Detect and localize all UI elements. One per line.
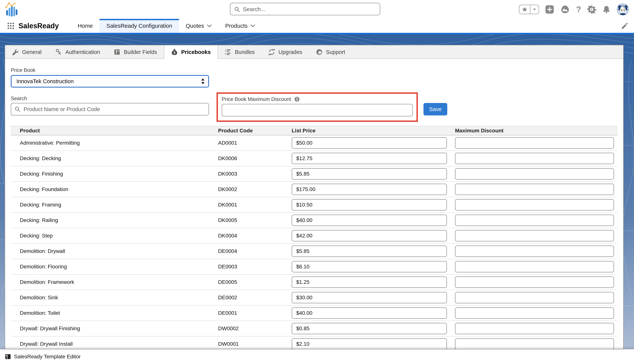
product-code: DE0004 xyxy=(218,248,292,254)
tab-general[interactable]: General xyxy=(5,45,48,59)
max-discount-input[interactable] xyxy=(222,104,413,116)
tab-support[interactable]: Support xyxy=(309,45,352,59)
product-name: Decking: Foundation xyxy=(11,186,218,192)
max-discount-input[interactable] xyxy=(455,199,614,210)
product-search-group: Search xyxy=(11,96,209,116)
app-launcher-button[interactable] xyxy=(5,19,16,33)
money-bag-icon: $ xyxy=(171,49,178,56)
nav-item-salesready-configuration[interactable]: SalesReady Configuration xyxy=(100,19,179,33)
max-discount-input[interactable] xyxy=(455,168,614,180)
max-discount-input[interactable] xyxy=(455,338,614,349)
max-discount-cell xyxy=(455,308,617,319)
edit-nav-button[interactable] xyxy=(620,19,627,33)
product-code: DE0003 xyxy=(218,264,292,270)
max-discount-input[interactable] xyxy=(455,323,614,334)
list-price-input[interactable] xyxy=(292,168,447,180)
table-row: Drywall: Drywall Install DW0001 xyxy=(11,336,617,349)
product-name: Administrative: Permitting xyxy=(11,140,218,146)
user-avatar[interactable] xyxy=(617,3,629,16)
app-nav-bar: SalesReady Home SalesReady Configuration… xyxy=(0,19,634,33)
max-discount-input[interactable] xyxy=(455,230,614,242)
info-icon[interactable] xyxy=(294,96,300,102)
max-discount-input[interactable] xyxy=(455,308,614,319)
pricebook-select[interactable]: InnovaTek Construction xyxy=(11,75,209,88)
bar-chart-logo-icon xyxy=(5,1,19,18)
list-price-input[interactable] xyxy=(292,261,447,272)
app-name: SalesReady xyxy=(19,19,59,33)
list-price-input[interactable] xyxy=(292,137,447,148)
tab-upgrades[interactable]: Upgrades xyxy=(261,45,309,59)
tab-bundles[interactable]: 1 2 Bundles xyxy=(218,45,261,59)
setup-button[interactable] xyxy=(587,5,596,14)
product-code: DK0005 xyxy=(218,217,292,223)
favorites-control xyxy=(519,5,539,14)
template-editor-tab[interactable]: SalesReady Template Editor xyxy=(5,354,81,360)
max-discount-input[interactable] xyxy=(455,246,614,257)
list-price-cell xyxy=(292,246,455,257)
list-price-input[interactable] xyxy=(292,323,447,334)
help-button[interactable]: ? xyxy=(576,5,581,14)
table-row: Decking: Framing DK0001 xyxy=(11,197,617,213)
list-price-cell xyxy=(292,153,455,164)
company-logo[interactable] xyxy=(5,1,19,18)
caret-down-icon xyxy=(533,8,536,11)
list-price-input[interactable] xyxy=(292,276,447,288)
tab-label: Upgrades xyxy=(278,49,302,55)
column-header-product-code: Product Code xyxy=(218,128,292,134)
list-price-input[interactable] xyxy=(292,184,447,195)
product-table-body: Administrative: Permitting AD0001 Deckin… xyxy=(11,136,617,349)
tab-label: Builder Fields xyxy=(124,49,157,55)
save-button[interactable]: Save xyxy=(424,103,447,116)
numbered-list-icon: 1 2 xyxy=(225,49,231,56)
trailhead-icon xyxy=(560,5,570,14)
max-discount-input[interactable] xyxy=(455,153,614,164)
max-discount-input[interactable] xyxy=(455,261,614,272)
wrench-icon xyxy=(12,49,19,56)
product-name: Drywall: Drywall Install xyxy=(11,341,218,347)
global-search-input[interactable] xyxy=(242,4,377,15)
key-icon xyxy=(55,49,62,56)
product-name: Demolition: Flooring xyxy=(11,264,218,270)
list-price-input[interactable] xyxy=(292,153,447,164)
max-discount-cell xyxy=(455,230,617,242)
product-code: DK0003 xyxy=(218,171,292,177)
favorites-dropdown-button[interactable] xyxy=(530,5,539,14)
max-discount-cell xyxy=(455,338,617,349)
product-table: Product Product Code List Price Maximum … xyxy=(11,126,617,349)
list-price-input[interactable] xyxy=(292,230,447,242)
list-price-input[interactable] xyxy=(292,215,447,226)
max-discount-input[interactable] xyxy=(455,276,614,288)
chevron-down-icon xyxy=(207,24,212,27)
max-discount-input[interactable] xyxy=(455,215,614,226)
list-price-input[interactable] xyxy=(292,338,447,349)
pricebooks-panel: Price Book InnovaTek Construction Search xyxy=(5,67,623,349)
global-actions-button[interactable] xyxy=(545,5,554,14)
list-price-input[interactable] xyxy=(292,246,447,257)
select-spinner-icon xyxy=(201,78,204,84)
list-price-cell xyxy=(292,137,455,148)
favorites-star-button[interactable] xyxy=(519,5,530,14)
list-price-input[interactable] xyxy=(292,199,447,210)
nav-item-quotes[interactable]: Quotes xyxy=(179,19,218,33)
max-discount-input[interactable] xyxy=(455,292,614,303)
list-price-cell xyxy=(292,184,455,195)
product-name: Decking: Step xyxy=(11,233,218,239)
tab-builder-fields[interactable]: Builder Fields xyxy=(107,45,164,59)
max-discount-cell xyxy=(455,215,617,226)
guidance-center-button[interactable] xyxy=(560,5,570,14)
max-discount-input[interactable] xyxy=(455,184,614,195)
table-row: Demolition: Framework DE0005 xyxy=(11,274,617,290)
tab-authentication[interactable]: Authentication xyxy=(48,45,107,59)
product-name: Decking: Framing xyxy=(11,202,218,208)
list-price-input[interactable] xyxy=(292,308,447,319)
max-discount-input[interactable] xyxy=(455,137,614,148)
product-code: AD0001 xyxy=(218,140,292,146)
product-search-input[interactable] xyxy=(11,103,209,116)
tab-pricebooks[interactable]: $ Pricebooks xyxy=(164,45,218,59)
max-discount-cell xyxy=(455,184,617,195)
nav-item-products[interactable]: Products xyxy=(218,19,262,33)
nav-item-home[interactable]: Home xyxy=(71,19,100,33)
list-price-input[interactable] xyxy=(292,292,447,303)
notifications-button[interactable] xyxy=(602,5,610,14)
product-code: DE0002 xyxy=(218,294,292,301)
